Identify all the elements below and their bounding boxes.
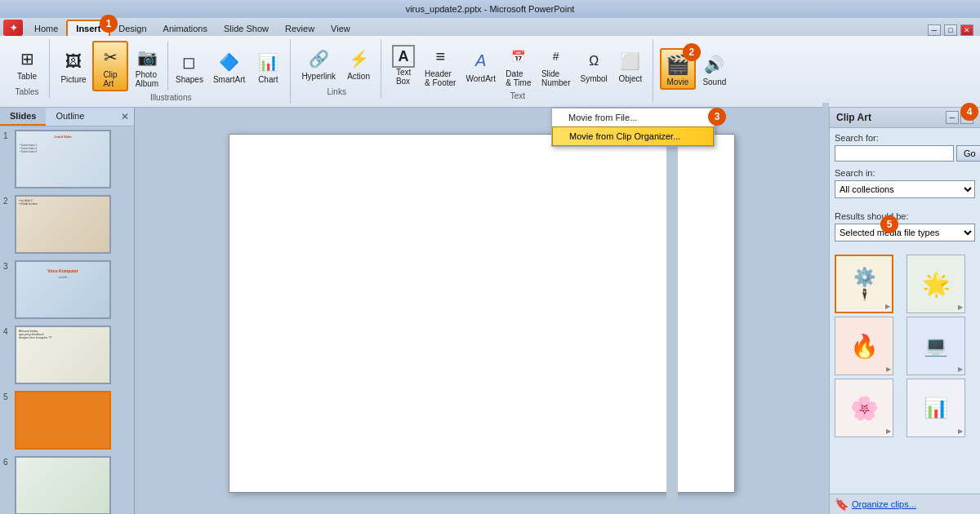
organize-clips-link[interactable]: Organize clips... bbox=[852, 499, 916, 509]
smartart-label: SmartArt bbox=[213, 75, 245, 84]
clip-art-title: Clip Art bbox=[836, 112, 871, 123]
slide-item-5[interactable]: 5 bbox=[3, 391, 131, 450]
slide-item-4[interactable]: 4 Menurut beliau,apa yang dimaksuddengan… bbox=[3, 326, 131, 384]
picture-icon: 🖼 bbox=[60, 49, 87, 75]
table-button[interactable]: ⊞ Table bbox=[10, 43, 44, 83]
symbol-button[interactable]: Ω Symbol bbox=[577, 46, 612, 86]
wordart-button[interactable]: A WordArt bbox=[461, 46, 500, 86]
object-button[interactable]: ⬜ Object bbox=[613, 46, 648, 86]
tab-animations[interactable]: Animations bbox=[155, 21, 216, 36]
clip-art-header: Clip Art ─ ✕ bbox=[830, 108, 980, 128]
slide-item-6[interactable]: 6 bbox=[3, 456, 131, 514]
panel-close-button[interactable]: ✕ bbox=[116, 108, 134, 126]
text-group-label: Text bbox=[510, 90, 525, 100]
slide-thumb-2[interactable]: • Isi slide 2• Detail konten bbox=[15, 195, 111, 254]
slide-number-icon: # bbox=[543, 43, 569, 69]
search-for-label: Search for: bbox=[835, 133, 975, 143]
slide-item-1[interactable]: 1 Judul Slide • Konten baris 1• Konten b… bbox=[3, 130, 131, 188]
maximize-button[interactable]: □ bbox=[944, 24, 957, 36]
slides-tab[interactable]: Slides bbox=[0, 108, 46, 126]
slide-item-3[interactable]: 3 Virus Komputer subtitle bbox=[3, 260, 131, 319]
movie-from-file-item[interactable]: Movie from File... bbox=[552, 109, 714, 126]
photo-album-icon: 📷 bbox=[134, 44, 160, 70]
hyperlink-button[interactable]: 🔗 Hyperlink bbox=[297, 43, 340, 83]
clip-art-scrollbar[interactable] bbox=[822, 103, 829, 514]
title-bar: virus_update2.pptx - Microsoft PowerPoin… bbox=[0, 0, 980, 18]
tab-home[interactable]: Home bbox=[26, 21, 66, 36]
slide-thumb-3[interactable]: Virus Komputer subtitle bbox=[15, 260, 111, 319]
results-select[interactable]: Selected media file types bbox=[835, 224, 975, 241]
text-box-icon: A bbox=[392, 45, 415, 68]
search-in-select[interactable]: All collections bbox=[835, 180, 975, 198]
tab-slideshow[interactable]: Slide Show bbox=[216, 21, 277, 36]
search-input[interactable] bbox=[835, 145, 954, 162]
picture-button[interactable]: 🖼 Picture bbox=[56, 47, 91, 86]
text-box-button[interactable]: A TextBox bbox=[388, 42, 419, 88]
object-icon: ⬜ bbox=[617, 48, 644, 74]
media-buttons: 🎬 Movie 2 🔊 Sound bbox=[660, 41, 732, 96]
slides-list: 1 Judul Slide • Konten baris 1• Konten b… bbox=[0, 126, 134, 514]
clip-art-thumb-1[interactable]: ⚙️ 🕴 ▶ bbox=[835, 255, 893, 313]
search-in-label: Search in: bbox=[835, 168, 975, 178]
slide-content-area: Movie from File... Movie from Clip Organ… bbox=[135, 108, 829, 514]
slide-number-2: 2 bbox=[3, 195, 15, 206]
clip-art-thumb-5[interactable]: 🌸 ▶ bbox=[835, 379, 893, 437]
movie-button[interactable]: 🎬 Movie 2 bbox=[660, 48, 696, 90]
slide-thumb-4[interactable]: Menurut beliau,apa yang dimaksuddengan v… bbox=[15, 326, 111, 384]
results-label: Results should be: bbox=[835, 211, 975, 221]
clip-art-panel: Clip Art ─ ✕ 4 Search for: Go Search in:… bbox=[829, 108, 980, 514]
slide-item-2[interactable]: 2 • Isi slide 2• Detail konten bbox=[3, 195, 131, 254]
slide-thumb-6[interactable] bbox=[15, 456, 111, 514]
ribbon-group-text: A TextBox ≡ Header& Footer A WordArt 📅 D… bbox=[383, 39, 653, 102]
illustrations-buttons: 🖼 Picture ✂ ClipArt 📷 PhotoAlbum ◻ Shape… bbox=[56, 41, 285, 91]
tables-buttons: ⊞ Table bbox=[10, 41, 44, 86]
movie-from-organizer-item[interactable]: Movie from Clip Organizer... bbox=[552, 126, 714, 146]
slide-thumb-1[interactable]: Judul Slide • Konten baris 1• Konten bar… bbox=[15, 130, 111, 188]
sound-button[interactable]: 🔊 Sound bbox=[697, 49, 732, 89]
close-button[interactable]: ✕ bbox=[960, 24, 973, 36]
ribbon-group-links: 🔗 Hyperlink ⚡ Action Links bbox=[292, 39, 381, 98]
slide-number-button[interactable]: # SlideNumber bbox=[537, 41, 575, 90]
office-button[interactable]: ✦ bbox=[3, 20, 23, 36]
wordart-label: WordArt bbox=[466, 74, 496, 83]
slide-number-label: SlideNumber bbox=[541, 69, 571, 87]
shapes-button[interactable]: ◻ Shapes bbox=[172, 47, 207, 86]
action-button[interactable]: ⚡ Action bbox=[341, 43, 376, 83]
go-button[interactable]: Go bbox=[956, 145, 980, 162]
minimize-button[interactable]: ─ bbox=[928, 24, 941, 36]
smartart-icon: 🔷 bbox=[216, 49, 243, 75]
main-slide bbox=[229, 134, 735, 493]
clip-art-thumb-6[interactable]: 📊 ▶ bbox=[906, 379, 965, 437]
organize-clips-row: 🔖 Organize clips... bbox=[830, 494, 980, 514]
clip-art-thumb-3[interactable]: 🔥 ▶ bbox=[835, 317, 893, 375]
movie-label: Movie bbox=[667, 78, 689, 86]
date-time-button[interactable]: 📅 Date& Time bbox=[501, 41, 536, 90]
ribbon: ✦ Home Insert Design Animations Slide Sh… bbox=[0, 18, 980, 108]
header-footer-button[interactable]: ≡ Header& Footer bbox=[421, 41, 460, 90]
title-text: virus_update2.pptx - Microsoft PowerPoin… bbox=[406, 4, 575, 14]
clip-art-button[interactable]: ✂ ClipArt bbox=[92, 41, 128, 91]
table-icon: ⊞ bbox=[14, 46, 40, 72]
tab-view[interactable]: View bbox=[323, 21, 359, 36]
clip-art-thumb-4[interactable]: 💻 ▶ bbox=[906, 317, 965, 375]
clip-art-body: Search for: Go Search in: All collection… bbox=[830, 128, 980, 514]
movie-dropdown: Movie from File... Movie from Clip Organ… bbox=[551, 108, 715, 147]
photo-album-button[interactable]: 📷 PhotoAlbum bbox=[130, 42, 164, 91]
picture-label: Picture bbox=[60, 75, 86, 84]
photo-album-label: PhotoAlbum bbox=[136, 70, 158, 88]
outline-tab[interactable]: Outline bbox=[46, 108, 94, 126]
annotation-1: 1 bbox=[100, 15, 118, 33]
slide-thumb-5[interactable] bbox=[15, 391, 111, 450]
ribbon-group-tables: ⊞ Table Tables bbox=[5, 39, 50, 98]
clip-art-thumb-2[interactable]: 🌟 ▶ bbox=[906, 255, 965, 313]
slide-number-5: 5 bbox=[3, 391, 15, 401]
scroll-bar[interactable] bbox=[666, 108, 678, 514]
clip-art-minimize-button[interactable]: ─ bbox=[946, 111, 959, 124]
chart-button[interactable]: 📊 Chart bbox=[251, 47, 285, 86]
chart-icon: 📊 bbox=[255, 49, 281, 75]
tab-review[interactable]: Review bbox=[277, 21, 323, 36]
smartart-button[interactable]: 🔷 SmartArt bbox=[209, 47, 249, 86]
shapes-label: Shapes bbox=[176, 75, 203, 84]
symbol-icon: Ω bbox=[581, 48, 607, 74]
header-footer-label: Header& Footer bbox=[425, 69, 456, 87]
